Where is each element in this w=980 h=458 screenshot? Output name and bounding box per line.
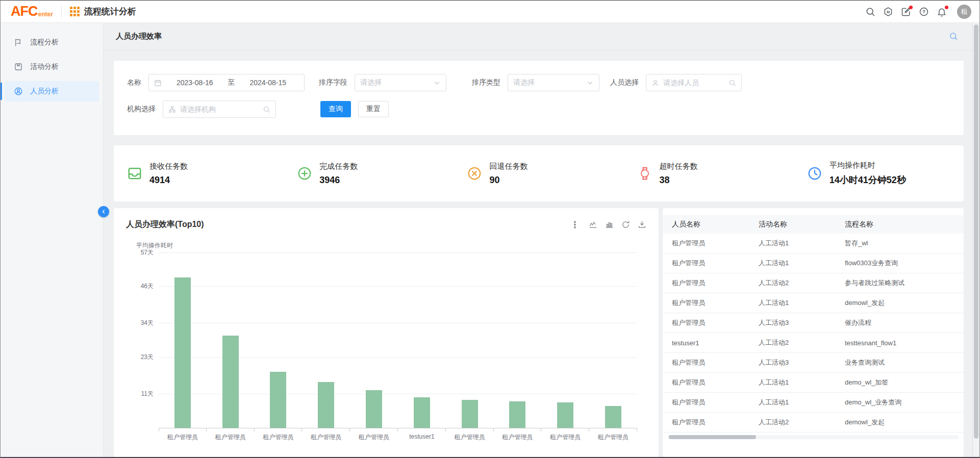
logo-text-sub: enter xyxy=(38,11,53,18)
org-select-field[interactable] xyxy=(163,100,276,118)
sidebar-item-personnel-analysis[interactable]: 人员分析 xyxy=(1,81,103,101)
user-avatar[interactable]: 租 xyxy=(957,5,971,19)
sort-type-select[interactable]: 请选择 xyxy=(508,74,599,91)
chevron-down-icon xyxy=(586,79,594,87)
bar-slot xyxy=(159,253,207,428)
table-cell: 租户管理员 xyxy=(672,239,759,248)
body-row: 流程分析 活动分析 人员分析 人员办理效率 xyxy=(1,23,979,457)
app-grid-icon[interactable] xyxy=(70,7,80,16)
x-axis-category-label: 租户管理员 xyxy=(541,433,589,442)
sidebar-collapse-button[interactable] xyxy=(98,206,109,217)
data-view-icon[interactable] xyxy=(572,220,581,229)
ai-icon[interactable]: AI xyxy=(883,6,894,17)
table-cell: 租户管理员 xyxy=(672,318,759,327)
stat-average-duration: 平均操作耗时 14小时41分钟52秒 xyxy=(794,161,964,186)
table-cell: 催办流程 xyxy=(845,318,964,327)
table-cell: demowl_发起 xyxy=(845,418,964,427)
page-search-icon[interactable] xyxy=(949,32,959,42)
line-chart-icon[interactable] xyxy=(589,220,597,229)
date-range-picker[interactable]: 至 xyxy=(148,74,305,91)
sort-field-select[interactable]: 请选择 xyxy=(355,74,446,91)
table-cell: 人工活动1 xyxy=(759,298,845,308)
x-axis-category-label: testuser1 xyxy=(398,433,446,442)
app-window: AFC enter 流程统计分析 AI ? 租 xyxy=(0,0,980,458)
logo-text-main: AFC xyxy=(11,5,38,18)
afc-logo[interactable]: AFC enter xyxy=(11,5,53,18)
select-placeholder: 请选择 xyxy=(360,78,382,87)
person-select-field[interactable] xyxy=(646,74,742,91)
table-body: 租户管理员人工活动1暂存_wl租户管理员人工活动1flow0303业务查询租户管… xyxy=(663,234,964,432)
sidebar-item-label: 人员分析 xyxy=(30,87,59,96)
table-row: 租户管理员人工活动1demowl_发起 xyxy=(663,293,964,313)
compose-icon[interactable] xyxy=(900,6,912,17)
app-title: 流程统计分析 xyxy=(84,6,136,17)
table-cell: 租户管理员 xyxy=(672,418,759,427)
bar-slot xyxy=(446,253,494,428)
help-icon[interactable]: ? xyxy=(918,6,929,17)
table-cell: demowl_发起 xyxy=(845,298,964,308)
date-end-input[interactable] xyxy=(237,79,299,87)
table-cell: 人工活动2 xyxy=(759,338,845,347)
table-cell: 人工活动2 xyxy=(759,418,845,427)
bar-slot xyxy=(207,253,255,428)
table-horizontal-scrollbar xyxy=(668,435,959,439)
search-icon[interactable] xyxy=(865,6,876,17)
stat-value: 90 xyxy=(489,175,527,186)
sidebar-item-label: 流程分析 xyxy=(30,38,59,47)
reset-button[interactable]: 重置 xyxy=(358,101,389,117)
x-axis-category-label: 租户管理员 xyxy=(589,433,637,442)
table-header: 人员名称 活动名称 流程名称 xyxy=(663,215,964,234)
chevron-left-icon xyxy=(100,209,107,215)
table-cell: demo_wl_加签 xyxy=(845,378,964,387)
table-cell: 租户管理员 xyxy=(672,398,759,407)
stat-value: 38 xyxy=(660,175,698,186)
filter-card: 名称 至 排序字段 请选择 xyxy=(114,61,964,135)
sidebar-item-activity-analysis[interactable]: 活动分析 xyxy=(1,57,103,77)
x-axis-category-label: 租户管理员 xyxy=(159,433,207,442)
person-select-group: 人员选择 xyxy=(610,74,742,91)
plus-circle-icon xyxy=(297,166,312,181)
bell-icon[interactable] xyxy=(936,6,947,17)
table-row: 租户管理员人工活动1demo_wl_业务查询 xyxy=(663,393,964,413)
y-axis-tick-label: 34天 xyxy=(126,319,154,327)
table-cell: 租户管理员 xyxy=(672,378,759,387)
chart-title: 人员办理效率(Top10) xyxy=(126,219,204,230)
person-icon xyxy=(651,79,659,87)
bar-slot xyxy=(398,253,446,428)
person-label: 人员选择 xyxy=(610,78,639,87)
chart-bar xyxy=(366,390,382,428)
search-icon xyxy=(728,79,736,87)
scrollbar-thumb[interactable] xyxy=(974,24,978,439)
table-cell: 人工活动1 xyxy=(759,239,845,248)
column-header: 活动名称 xyxy=(759,220,845,229)
download-icon[interactable] xyxy=(638,220,646,229)
scrollbar-thumb[interactable] xyxy=(669,435,756,439)
stat-returned-tasks: 回退任务数 90 xyxy=(454,162,623,186)
table-row: testuser1人工活动2testtesnant_flow1 xyxy=(663,333,964,353)
date-start-input[interactable] xyxy=(164,79,226,87)
svg-text:AI: AI xyxy=(887,10,890,13)
sidebar-item-process-analysis[interactable]: 流程分析 xyxy=(1,32,103,53)
sort-type-group: 排序类型 请选择 xyxy=(472,74,599,91)
query-button[interactable]: 查询 xyxy=(320,101,351,117)
page-title-bar: 人员办理效率 xyxy=(104,23,972,50)
org-input[interactable] xyxy=(180,105,259,113)
y-axis-tick-label: 23天 xyxy=(126,353,154,362)
restore-icon[interactable] xyxy=(621,220,630,229)
notification-dot xyxy=(909,6,913,9)
bookmark-icon xyxy=(14,62,23,71)
bar-chart-icon[interactable] xyxy=(605,220,614,229)
stat-label: 超时任务数 xyxy=(660,162,698,171)
chart-bars xyxy=(159,253,637,428)
stats-card: 接收任务数 4914 完成任务数 3946 xyxy=(114,145,964,201)
bar-slot xyxy=(255,253,303,428)
table-row: 租户管理员人工活动2参与者跳过策略测试 xyxy=(663,273,964,293)
x-axis-category-label: 租户管理员 xyxy=(207,433,255,442)
table-cell: demo_wl_业务查询 xyxy=(845,398,964,407)
chart-bar xyxy=(270,372,286,428)
table-cell: flow0303业务查询 xyxy=(845,259,964,268)
chart-bar xyxy=(605,406,621,428)
table-cell: 租户管理员 xyxy=(672,358,759,367)
flag-icon xyxy=(14,38,23,47)
person-input[interactable] xyxy=(663,79,724,87)
